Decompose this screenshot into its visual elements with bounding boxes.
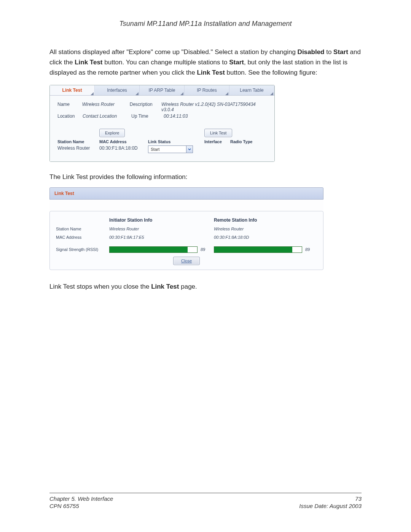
- tab-notch-icon: [180, 92, 183, 95]
- figure-link-test-explore: Link Test Interfaces IP ARP Table IP Rou…: [49, 85, 275, 162]
- paragraph-2: Link Test stops when you close the Link …: [49, 281, 362, 292]
- p1-b5: Link Test: [197, 69, 225, 76]
- p1-b3: Link Test: [75, 59, 102, 66]
- p1-b4: Start: [229, 59, 244, 66]
- location-label: Location: [57, 113, 80, 119]
- remote-rssi-fill: [214, 247, 292, 252]
- uptime-value: 00:14:11:03: [164, 113, 188, 119]
- explore-button[interactable]: Explore: [99, 129, 125, 137]
- p1-b2: Start: [333, 48, 348, 56]
- name-label: Name: [57, 102, 79, 112]
- link-status-select-value: Start: [151, 147, 159, 152]
- description-label: Description: [130, 102, 158, 112]
- p1-t2: to: [324, 48, 333, 56]
- p2-b1: Link Test: [151, 283, 179, 290]
- tab-learn-table[interactable]: Learn Table: [229, 85, 274, 95]
- doc-title: Tsunami MP.11and MP.11a Installation and…: [49, 20, 362, 28]
- initiator-rssi-value: 89: [201, 247, 205, 252]
- remote-rssi-bar: [214, 246, 302, 253]
- mac-address-label: MAC Address: [56, 235, 109, 240]
- tab-notch-icon: [91, 92, 94, 95]
- close-button[interactable]: Close: [173, 257, 200, 265]
- tab-ip-arp-table[interactable]: IP ARP Table: [140, 85, 185, 95]
- name-value: Wireless Router: [82, 102, 127, 112]
- initiator-rssi-fill: [110, 247, 188, 252]
- remote-rssi-value: 89: [305, 247, 310, 252]
- remote-mac: 00:30:F1:8A:18:0D: [214, 235, 319, 240]
- remote-station-name: Wireless Router: [214, 227, 319, 231]
- initiator-mac: 00:30:F1:8A:17:E5: [109, 235, 214, 240]
- footer-issue-date: Issue Date: August 2003: [299, 503, 362, 509]
- location-value: Contact Location: [83, 113, 128, 119]
- initiator-head: Initiator Station Info: [109, 217, 214, 223]
- p2-t2: page.: [179, 283, 197, 290]
- tab-learn-table-label: Learn Table: [240, 88, 264, 93]
- col-mac-address: MAC Address: [99, 139, 148, 144]
- paragraph-1: All stations displayed after "Explore" c…: [49, 47, 362, 78]
- row-station-name: Wireless Router: [57, 145, 99, 153]
- tab-link-test[interactable]: Link Test: [50, 85, 95, 95]
- tab-notch-icon: [270, 92, 273, 95]
- p1-t6: button. See the following figure:: [225, 69, 317, 76]
- link-test-button[interactable]: Link Test: [204, 129, 232, 137]
- remote-head: Remote Station Info: [214, 217, 319, 223]
- footer-chapter: Chapter 5. Web Interface: [49, 495, 113, 502]
- rssi-label: Signal Strength (RSSI): [56, 247, 109, 252]
- chevron-down-icon: [186, 146, 193, 153]
- link-status-select[interactable]: Start: [148, 145, 193, 153]
- col-station-name: Station Name: [57, 139, 99, 144]
- tab-interfaces[interactable]: Interfaces: [95, 85, 140, 95]
- col-interface: Interface: [204, 139, 230, 144]
- row-mac-address: 00:30:F1:8A:18:0D: [99, 145, 148, 153]
- col-link-status: Link Status: [148, 139, 204, 144]
- station-name-label: Station Name: [56, 227, 109, 231]
- col-radio-type: Radio Type: [230, 139, 264, 144]
- link-test-results-tab-label: Link Test: [54, 191, 74, 196]
- tab-interfaces-label: Interfaces: [107, 88, 127, 93]
- footer-cpn: CPN 65755: [49, 503, 113, 509]
- description-value: Wireless Router v1.2.0(42) SN-03AT175904…: [161, 102, 267, 112]
- p1-b1: Disabled: [298, 48, 325, 56]
- tab-ip-arp-label: IP ARP Table: [148, 88, 175, 93]
- initiator-station-name: Wireless Router: [109, 227, 214, 231]
- link-test-results-tab[interactable]: Link Test: [49, 187, 323, 200]
- p2-t1: Link Test stops when you close the: [49, 283, 151, 290]
- p1-t4: button. You can change multiple stations…: [103, 59, 229, 66]
- tab-ip-routes-label: IP Routes: [197, 88, 217, 93]
- page-footer: Chapter 5. Web Interface CPN 65755 73 Is…: [49, 493, 362, 509]
- mid-text: The Link Test provides the following inf…: [49, 172, 362, 182]
- tab-link-test-label: Link Test: [62, 88, 82, 93]
- initiator-rssi-bar: [109, 246, 198, 253]
- tab-notch-icon: [225, 92, 228, 95]
- tab-bar: Link Test Interfaces IP ARP Table IP Rou…: [50, 85, 274, 96]
- uptime-label: Up Time: [131, 113, 161, 119]
- footer-page-number: 73: [299, 495, 362, 502]
- tab-notch-icon: [135, 92, 139, 95]
- tab-ip-routes[interactable]: IP Routes: [185, 85, 229, 95]
- figure-link-test-results: Link Test Initiator Station Info Remote …: [49, 187, 323, 270]
- p1-t1: All stations displayed after "Explore" c…: [49, 48, 298, 56]
